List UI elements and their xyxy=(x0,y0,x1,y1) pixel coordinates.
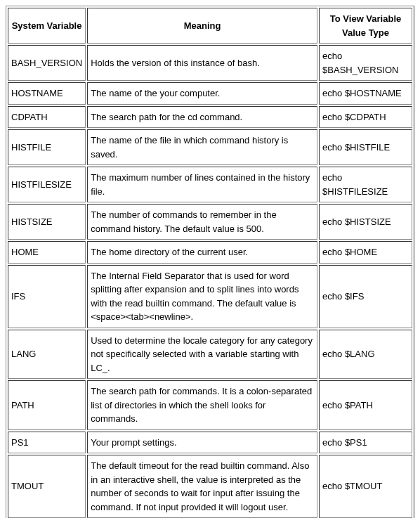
table-row: PS1Your prompt settings.echo $PS1 xyxy=(8,432,412,454)
cell-variable: HISTSIZE xyxy=(8,204,86,240)
table-row: PATHThe search path for commands. It is … xyxy=(8,380,412,430)
cell-meaning: Used to determine the locale category fo… xyxy=(87,330,317,380)
cell-view: echo $HISTFILESIZE xyxy=(319,167,412,202)
cell-view: echo $BASH_VERSION xyxy=(319,45,412,81)
cell-meaning: The search path for the cd command. xyxy=(87,106,317,129)
table-row: BASH_VERSIONHolds the version of this in… xyxy=(8,45,412,81)
cell-meaning: The name of the your computer. xyxy=(87,82,317,105)
cell-view: echo $PATH xyxy=(319,380,412,430)
cell-meaning: The Internal Field Separator that is use… xyxy=(87,265,317,328)
cell-meaning: The default timeout for the read builtin… xyxy=(87,455,317,518)
column-header-view: To View Variable Value Type xyxy=(319,8,412,44)
table-row: CDPATHThe search path for the cd command… xyxy=(8,106,412,129)
cell-variable: TMOUT xyxy=(8,455,86,518)
cell-meaning: The home directory of the current user. xyxy=(87,241,317,264)
table-row: HISTFILEThe name of the file in which co… xyxy=(8,129,412,165)
cell-variable: BASH_VERSION xyxy=(8,45,86,81)
column-header-variable: System Variable xyxy=(8,8,86,44)
cell-variable: HISTFILE xyxy=(8,129,86,165)
cell-view: echo $HOME xyxy=(319,241,412,264)
cell-view: echo $IFS xyxy=(319,265,412,328)
cell-variable: CDPATH xyxy=(8,106,86,129)
cell-variable: HOSTNAME xyxy=(8,82,86,105)
cell-variable: LANG xyxy=(8,330,86,380)
cell-meaning: Holds the version of this instance of ba… xyxy=(87,45,317,81)
table-header-row: System Variable Meaning To View Variable… xyxy=(8,8,412,44)
table-row: HISTSIZEThe number of commands to rememb… xyxy=(8,204,412,240)
cell-view: echo $PS1 xyxy=(319,432,412,454)
cell-meaning: The number of commands to remember in th… xyxy=(87,204,317,240)
cell-variable: HOME xyxy=(8,241,86,264)
cell-meaning: Your prompt settings. xyxy=(87,432,317,454)
table-row: IFSThe Internal Field Separator that is … xyxy=(8,265,412,328)
cell-view: echo $HOSTNAME xyxy=(319,82,412,105)
cell-view: echo $HISTSIZE xyxy=(319,204,412,240)
cell-meaning: The name of the file in which command hi… xyxy=(87,129,317,165)
cell-view: echo $CDPATH xyxy=(319,106,412,129)
cell-meaning: The search path for commands. It is a co… xyxy=(87,380,317,430)
cell-meaning: The maximum number of lines contained in… xyxy=(87,167,317,202)
cell-variable: IFS xyxy=(8,265,86,328)
cell-view: echo $TMOUT xyxy=(319,455,412,518)
cell-variable: HISTFILESIZE xyxy=(8,167,86,202)
table-row: LANGUsed to determine the locale categor… xyxy=(8,330,412,380)
cell-variable: PATH xyxy=(8,380,86,430)
table-row: HISTFILESIZEThe maximum number of lines … xyxy=(8,167,412,202)
cell-variable: PS1 xyxy=(8,432,86,454)
table-row: HOSTNAMEThe name of the your computer.ec… xyxy=(8,82,412,105)
cell-view: echo $LANG xyxy=(319,330,412,380)
table-row: HOMEThe home directory of the current us… xyxy=(8,241,412,264)
system-variables-table: System Variable Meaning To View Variable… xyxy=(6,6,414,518)
cell-view: echo $HISTFILE xyxy=(319,129,412,165)
table-row: TMOUTThe default timeout for the read bu… xyxy=(8,455,412,518)
column-header-meaning: Meaning xyxy=(87,8,317,44)
